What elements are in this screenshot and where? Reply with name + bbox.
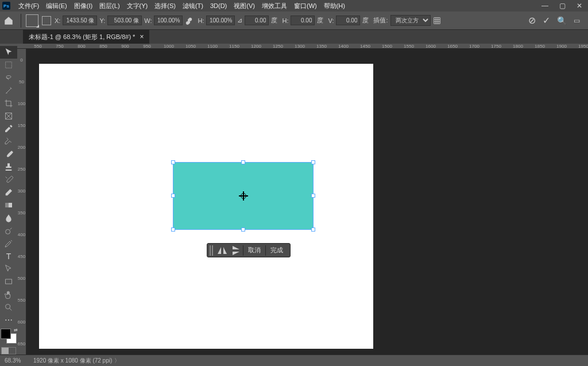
cancel-button[interactable]: 取消 [243, 246, 265, 255]
menu-window[interactable]: 窗口(W) [291, 2, 320, 10]
transform-confirm-bar: 取消 完成 [207, 243, 291, 257]
path-select-tool[interactable] [0, 263, 17, 275]
transform-handle[interactable] [241, 228, 245, 232]
transform-handle[interactable] [311, 160, 315, 164]
foreground-background-colors[interactable]: ⇄ [1, 329, 17, 344]
commit-transform-icon[interactable]: ✓ [543, 15, 550, 26]
warp-icon[interactable] [433, 17, 441, 25]
window-close-button[interactable]: ✕ [571, 0, 588, 11]
menu-edit[interactable]: 编辑(E) [42, 2, 71, 10]
shape-tool[interactable] [0, 275, 17, 288]
transform-handle[interactable] [171, 194, 175, 198]
shape-rectangle[interactable] [173, 162, 314, 230]
input-x[interactable] [63, 16, 97, 25]
eyedropper-tool[interactable] [0, 122, 17, 135]
flip-horizontal-icon[interactable] [215, 245, 229, 256]
transform-handle[interactable] [311, 194, 315, 198]
menu-plugins[interactable]: 增效工具 [258, 2, 291, 10]
lasso-tool[interactable] [0, 71, 17, 84]
foreground-color[interactable] [1, 329, 11, 339]
dodge-tool[interactable] [0, 225, 17, 237]
label-x: X: [55, 17, 60, 24]
document-tab[interactable]: 未标题-1 @ 68.3% (矩形 1, RGB/8#) * × [23, 30, 149, 44]
workspace-icon[interactable]: ▭ [574, 17, 580, 25]
transform-handle[interactable] [241, 160, 245, 164]
menu-layer[interactable]: 图层(L) [96, 2, 123, 10]
label-vskew: V: [328, 17, 334, 24]
menu-help[interactable]: 帮助(H) [320, 2, 349, 10]
status-zoom[interactable]: 68.3% [5, 357, 33, 364]
interp-label: 插值: [373, 16, 388, 25]
input-angle[interactable] [245, 16, 269, 25]
toolbar: T ⋯ ⇄ [0, 44, 17, 355]
healing-tool[interactable] [0, 135, 17, 148]
menu-type[interactable]: 文字(Y) [123, 2, 152, 10]
menu-3d[interactable]: 3D(D) [207, 2, 230, 9]
ruler-horizontal: 5507508008509009501000105011001150120012… [17, 44, 588, 49]
menu-file[interactable]: 文件(F) [15, 2, 42, 10]
transform-handle[interactable] [171, 228, 175, 232]
gradient-tool[interactable] [0, 199, 17, 211]
done-button[interactable]: 完成 [266, 246, 288, 255]
reference-point-icon[interactable] [42, 16, 51, 25]
input-vskew[interactable] [336, 16, 360, 25]
search-icon[interactable]: 🔍 [557, 16, 567, 25]
marquee-tool[interactable] [0, 59, 17, 71]
interp-select[interactable]: 两次立方 [390, 15, 431, 26]
input-h[interactable] [206, 16, 235, 25]
document-tab-bar: 未标题-1 @ 68.3% (矩形 1, RGB/8#) * × [0, 30, 588, 44]
ruler-vertical: 050100150200250300350400450500550600650 [17, 49, 26, 355]
input-y[interactable] [107, 16, 142, 25]
status-dropdown-icon[interactable]: 〉 [114, 357, 120, 365]
skew-unit-1: 度 [317, 16, 323, 25]
wand-tool[interactable] [0, 84, 17, 97]
svg-rect-0 [6, 62, 12, 68]
eraser-tool[interactable] [0, 186, 17, 199]
cancel-transform-icon[interactable]: ⊘ [528, 15, 536, 26]
crop-tool[interactable] [0, 97, 17, 110]
angle-unit: 度 [271, 16, 277, 25]
input-w[interactable] [154, 16, 183, 25]
canvas-viewport[interactable]: 取消 完成 [26, 49, 588, 355]
svg-point-6 [6, 305, 10, 309]
transform-handle[interactable] [171, 160, 175, 164]
svg-point-4 [6, 229, 10, 234]
type-tool[interactable]: T [0, 250, 17, 263]
window-maximize-button[interactable]: ▢ [554, 0, 571, 11]
stamp-tool[interactable] [0, 161, 17, 174]
label-h: H: [198, 17, 204, 24]
angle-icon: ⊿ [237, 17, 242, 24]
label-w: W: [144, 17, 152, 24]
label-y: Y: [99, 17, 105, 24]
drag-handle-icon[interactable] [210, 245, 213, 256]
brush-tool[interactable] [0, 148, 17, 161]
svg-rect-5 [6, 279, 12, 284]
pen-tool[interactable] [0, 237, 17, 250]
home-icon[interactable] [3, 16, 14, 26]
more-tools[interactable]: ⋯ [0, 314, 17, 326]
transform-center-icon[interactable] [239, 191, 248, 201]
menu-image[interactable]: 图像(I) [71, 2, 96, 10]
hand-tool[interactable] [0, 288, 17, 301]
zoom-tool[interactable] [0, 301, 17, 314]
blur-tool[interactable] [0, 211, 17, 224]
link-aspect-icon[interactable] [185, 17, 193, 25]
menu-select[interactable]: 选择(S) [151, 2, 179, 10]
move-tool[interactable] [0, 46, 17, 59]
menu-view[interactable]: 视图(V) [230, 2, 258, 10]
menu-bar: Ps 文件(F) 编辑(E) 图像(I) 图层(L) 文字(Y) 选择(S) 滤… [0, 0, 588, 11]
tab-close-icon[interactable]: × [140, 33, 144, 41]
flip-vertical-icon[interactable] [229, 245, 243, 256]
status-bar: 68.3% 1920 像素 x 1080 像素 (72 ppi) 〉 [0, 355, 588, 366]
transform-preset-icon[interactable] [26, 14, 38, 27]
window-minimize-button[interactable]: — [536, 0, 554, 11]
frame-tool[interactable] [0, 110, 17, 122]
options-bar: X: Y: W: H: ⊿ 度 H: 度 V: 度 插值: 两次立方 ⊘ ✓ 🔍… [0, 11, 588, 30]
quickmask-toggle[interactable] [1, 347, 16, 355]
canvas-area: 5507508008509009501000105011001150120012… [17, 44, 588, 355]
swap-colors-icon[interactable]: ⇄ [14, 328, 18, 333]
transform-handle[interactable] [311, 228, 315, 232]
menu-filter[interactable]: 滤镜(T) [179, 2, 207, 10]
input-hskew[interactable] [291, 16, 315, 25]
history-brush-tool[interactable] [0, 174, 17, 186]
